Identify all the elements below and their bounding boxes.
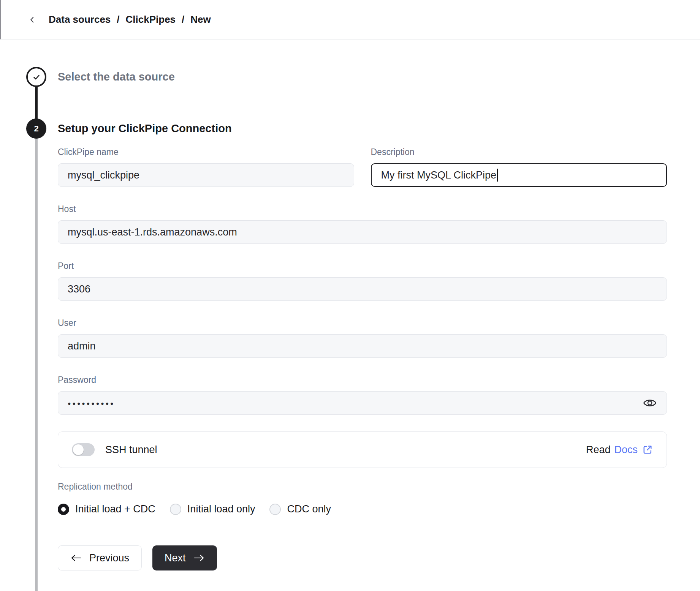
- clickpipe-name-input[interactable]: [58, 163, 354, 187]
- user-input[interactable]: [58, 334, 667, 358]
- radio-initial-load-only[interactable]: Initial load only: [170, 503, 255, 515]
- radio-unselected-icon: [269, 504, 281, 515]
- radio-label: Initial load only: [187, 503, 255, 515]
- eye-icon: [643, 398, 657, 408]
- host-field-group: Host: [58, 204, 667, 244]
- clickpipe-name-label: ClickPipe name: [58, 147, 354, 157]
- show-password-button[interactable]: [641, 395, 658, 411]
- description-field-group: Description My first MySQL ClickPipe: [371, 147, 667, 187]
- ssh-tunnel-toggle[interactable]: [72, 443, 95, 456]
- arrow-left-icon: [70, 553, 82, 563]
- host-input[interactable]: [58, 220, 667, 244]
- breadcrumb: Data sources / ClickPipes / New: [49, 14, 211, 25]
- radio-label: Initial load + CDC: [75, 503, 155, 515]
- next-button-label: Next: [165, 552, 186, 564]
- clickpipe-name-field-group: ClickPipe name: [58, 147, 354, 187]
- description-input[interactable]: My first MySQL ClickPipe: [371, 163, 667, 187]
- next-button[interactable]: Next: [152, 545, 217, 570]
- breadcrumb-item-clickpipes[interactable]: ClickPipes: [126, 14, 176, 25]
- stepper-connector-pending: [35, 138, 38, 591]
- clickpipe-connection-form: ClickPipe name Description My first MySQ…: [58, 147, 667, 570]
- breadcrumb-header: Data sources / ClickPipes / New: [0, 0, 700, 40]
- chevron-left-icon: [28, 16, 36, 24]
- breadcrumb-separator: /: [117, 14, 119, 25]
- previous-button[interactable]: Previous: [58, 545, 142, 570]
- arrow-right-icon: [193, 553, 205, 563]
- port-label: Port: [58, 261, 667, 271]
- host-label: Host: [58, 204, 667, 214]
- breadcrumb-item-new: New: [190, 14, 211, 25]
- radio-cdc-only[interactable]: CDC only: [269, 503, 331, 515]
- breadcrumb-item-data-sources[interactable]: Data sources: [49, 14, 111, 25]
- password-masked-value: ●●●●●●●●●●: [68, 401, 115, 406]
- read-docs-text: Read: [586, 444, 611, 456]
- password-field-group: Password ●●●●●●●●●●: [58, 375, 667, 415]
- external-link-icon: [642, 444, 653, 455]
- replication-method-label: Replication method: [58, 482, 667, 492]
- password-input[interactable]: ●●●●●●●●●●: [58, 391, 667, 415]
- docs-link[interactable]: Docs: [614, 444, 653, 456]
- docs-link-label: Docs: [614, 444, 638, 456]
- radio-initial-load-cdc[interactable]: Initial load + CDC: [58, 503, 155, 515]
- user-field-group: User: [58, 318, 667, 358]
- step2-number: 2: [34, 124, 38, 134]
- port-field-group: Port: [58, 261, 667, 301]
- wizard-content: 2 Select the data source Setup your Clic…: [0, 40, 700, 591]
- back-button[interactable]: [26, 13, 39, 26]
- step2-indicator: 2: [26, 119, 46, 139]
- stepper-connector-active: [35, 87, 38, 119]
- description-label: Description: [371, 147, 667, 157]
- port-input[interactable]: [58, 277, 667, 301]
- user-label: User: [58, 318, 667, 328]
- password-label: Password: [58, 375, 667, 385]
- replication-method-group: Replication method Initial load + CDC In…: [58, 482, 667, 515]
- previous-button-label: Previous: [89, 552, 129, 564]
- radio-unselected-icon: [170, 504, 181, 515]
- ssh-tunnel-label: SSH tunnel: [105, 444, 157, 456]
- ssh-tunnel-panel: SSH tunnel Read Docs: [58, 431, 667, 468]
- description-value: My first MySQL ClickPipe: [381, 169, 497, 181]
- toggle-knob: [73, 444, 84, 455]
- step1-indicator: [26, 67, 46, 87]
- radio-selected-icon: [58, 504, 69, 515]
- step1-title: Select the data source: [58, 70, 175, 84]
- breadcrumb-separator: /: [182, 14, 184, 25]
- radio-label: CDC only: [287, 503, 331, 515]
- step2-title: Setup your ClickPipe Connection: [58, 122, 232, 135]
- text-cursor: [497, 169, 498, 182]
- check-icon: [32, 73, 41, 82]
